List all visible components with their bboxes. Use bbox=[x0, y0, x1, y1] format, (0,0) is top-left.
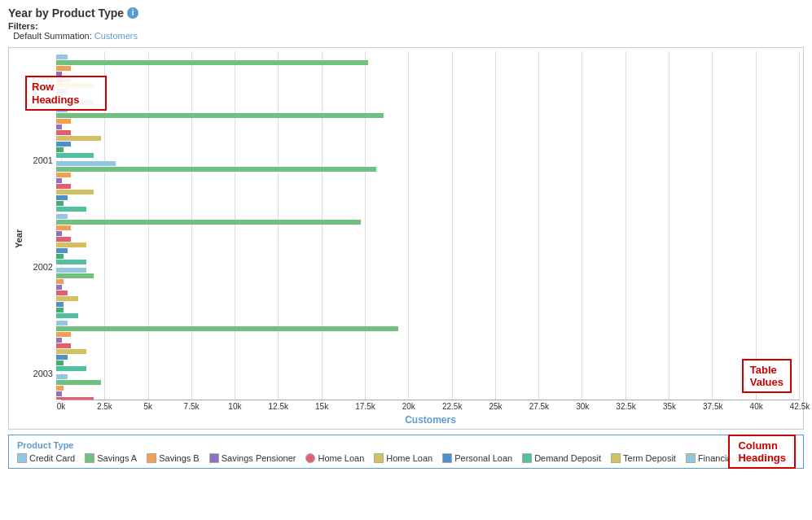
bar bbox=[56, 349, 86, 354]
x-tick: 40k bbox=[750, 402, 763, 411]
bar-row bbox=[56, 136, 800, 141]
legend-item: Savings A bbox=[85, 453, 137, 463]
bar-row bbox=[56, 321, 800, 326]
bar bbox=[56, 296, 78, 301]
bar bbox=[56, 231, 62, 236]
bar-row bbox=[56, 343, 800, 348]
bar bbox=[56, 207, 86, 212]
legend-item: Savings Pensioner bbox=[209, 453, 296, 463]
bar-row bbox=[56, 214, 800, 219]
bar bbox=[56, 55, 68, 59]
legend-items: Credit CardSavings ASavings BSavings Pen… bbox=[17, 453, 795, 463]
bar-row bbox=[56, 296, 800, 301]
legend-item: Credit Card bbox=[17, 453, 75, 463]
bar bbox=[56, 343, 71, 348]
bar-row bbox=[56, 361, 800, 365]
bar-row bbox=[56, 195, 800, 200]
bar-row bbox=[56, 243, 800, 247]
bar-row bbox=[56, 220, 800, 225]
y-axis-label: Year bbox=[12, 51, 25, 426]
legend-item: Personal Loan bbox=[442, 453, 512, 463]
bar bbox=[56, 321, 68, 326]
legend-swatch bbox=[611, 453, 621, 463]
x-tick: 0k bbox=[57, 402, 66, 411]
legend-item-label: Home Loan bbox=[318, 453, 364, 463]
year-label: 2002 bbox=[25, 263, 56, 272]
filters-label: Filters: bbox=[8, 21, 38, 31]
bar-row bbox=[56, 231, 800, 236]
bar-row bbox=[56, 391, 800, 396]
x-tick: 15k bbox=[315, 402, 328, 411]
bar bbox=[56, 195, 68, 200]
bar bbox=[56, 361, 64, 365]
bar bbox=[56, 113, 384, 118]
bar bbox=[56, 338, 62, 343]
chart-outer: Year RowHeadings bbox=[8, 47, 804, 430]
x-tick: 37.5k bbox=[703, 402, 722, 411]
bar bbox=[56, 153, 94, 158]
legend-item: Savings B bbox=[147, 453, 200, 463]
x-tick: 20k bbox=[402, 402, 415, 411]
x-tick: 5k bbox=[143, 402, 152, 411]
legend-item: Home Loan bbox=[374, 453, 432, 463]
bar-row bbox=[56, 366, 800, 371]
legend-title: Product Type bbox=[17, 440, 795, 450]
bar bbox=[56, 391, 62, 396]
bar bbox=[56, 326, 398, 331]
row-headings-box: RowHeadings bbox=[25, 76, 107, 111]
legend-swatch bbox=[17, 453, 27, 463]
x-tick: 42.5k bbox=[790, 402, 810, 411]
bar-row bbox=[56, 60, 800, 65]
legend-item-label: Term Deposit bbox=[623, 453, 676, 463]
info-icon[interactable]: i bbox=[127, 7, 138, 19]
year-group: 2001 bbox=[25, 107, 800, 214]
legend-wrapper: Product Type Credit CardSavings ASavings… bbox=[8, 435, 804, 469]
bar bbox=[56, 60, 368, 65]
bars-column bbox=[56, 55, 800, 107]
page-container: Year by Product Type i Filters: Default … bbox=[0, 0, 812, 475]
x-axis-container: 0k2.5k5k7.5k10k12.5k15k17.5k20k22.5k25k2… bbox=[61, 400, 800, 426]
bar bbox=[56, 273, 94, 278]
year-group: 2000 bbox=[25, 55, 800, 107]
bar bbox=[56, 142, 71, 146]
chart-area: Year RowHeadings bbox=[12, 51, 800, 426]
x-tick: 2.5k bbox=[97, 402, 112, 411]
bar-row bbox=[56, 77, 800, 82]
bar bbox=[56, 184, 71, 189]
chart-plot: RowHeadings bbox=[25, 51, 800, 426]
legend-swatch bbox=[686, 453, 696, 463]
bar-row bbox=[56, 386, 800, 391]
bar bbox=[56, 225, 71, 230]
legend-item-label: Demand Deposit bbox=[534, 453, 601, 463]
filter-value: Customers bbox=[94, 31, 138, 41]
bar bbox=[56, 366, 86, 371]
bar-row bbox=[56, 178, 800, 183]
column-headings-box: ColumnHeadings bbox=[728, 435, 796, 469]
bar-row bbox=[56, 273, 800, 278]
bar-row bbox=[56, 94, 800, 99]
bar-row bbox=[56, 100, 800, 105]
bar-row bbox=[56, 254, 800, 259]
bar bbox=[56, 291, 68, 295]
legend-item: Home Loan bbox=[305, 453, 364, 463]
bars-column bbox=[56, 214, 800, 321]
x-tick: 30k bbox=[576, 402, 589, 411]
bar bbox=[56, 147, 64, 152]
bar bbox=[56, 178, 62, 183]
bar bbox=[56, 374, 68, 379]
bar bbox=[56, 308, 64, 312]
legend-area: Product Type Credit CardSavings ASavings… bbox=[8, 435, 804, 469]
bar-row bbox=[56, 313, 800, 318]
bar-row bbox=[56, 207, 800, 212]
legend-item: Term Deposit bbox=[611, 453, 676, 463]
legend-swatch bbox=[209, 453, 219, 463]
chart-title: Year by Product Type i bbox=[8, 7, 804, 20]
x-tick: 17.5k bbox=[355, 402, 375, 411]
legend-swatch bbox=[522, 453, 532, 463]
bar-row bbox=[56, 332, 800, 337]
legend-item: Demand Deposit bbox=[522, 453, 601, 463]
bar-row bbox=[56, 338, 800, 343]
bars-area: 2000200120022003200420052006 bbox=[25, 51, 800, 400]
bar bbox=[56, 190, 94, 194]
bar bbox=[56, 285, 62, 290]
